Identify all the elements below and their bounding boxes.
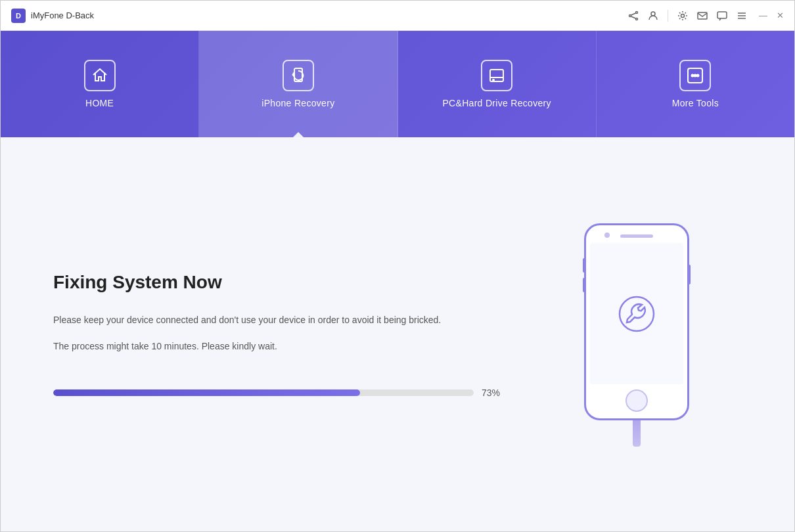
nav-item-pc-harddrive[interactable]: PC&Hard Drive Recovery (398, 31, 597, 137)
phone-camera (604, 233, 610, 238)
pc-harddrive-icon (481, 60, 512, 91)
menu-icon[interactable] (737, 11, 747, 21)
nav-iphone-label: iPhone Recovery (261, 98, 334, 108)
home-icon (84, 60, 116, 91)
svg-rect-7 (698, 12, 707, 19)
nav-more-label: More Tools (672, 98, 719, 108)
svg-point-0 (636, 11, 638, 13)
left-panel: Fixing System Now Please keep your devic… (53, 272, 532, 398)
phone-screen (590, 243, 683, 384)
share-icon[interactable] (628, 11, 639, 21)
svg-point-15 (493, 79, 494, 81)
nav-item-home[interactable]: HOME (1, 31, 199, 137)
svg-point-2 (636, 18, 638, 20)
svg-line-4 (631, 16, 636, 18)
nav-item-iphone-recovery[interactable]: iPhone Recovery (199, 31, 398, 137)
nav-pc-label: PC&Hard Drive Recovery (442, 98, 551, 108)
svg-point-1 (629, 14, 631, 16)
nav-home-label: HOME (85, 98, 114, 108)
svg-point-17 (692, 75, 694, 77)
main-content: Fixing System Now Please keep your devic… (1, 137, 794, 532)
phone-body (584, 223, 689, 420)
app-logo: D (11, 9, 26, 23)
nav-bar: HOME iPhone Recovery PC&Hard Drive Recov… (1, 31, 794, 137)
minimize-button[interactable]: — (759, 11, 767, 20)
fixing-title: Fixing System Now (53, 272, 505, 293)
svg-point-19 (697, 75, 699, 77)
phone-home-button (625, 389, 648, 412)
nav-item-more-tools[interactable]: More Tools (597, 31, 794, 137)
wrench-icon (617, 294, 656, 334)
progress-label: 73% (482, 388, 505, 398)
fixing-desc2: The process might take 10 minutes. Pleas… (53, 339, 505, 355)
fixing-desc1: Please keep your device connected and do… (53, 313, 505, 328)
user-icon[interactable] (648, 11, 658, 21)
phone-cable (633, 420, 641, 447)
iphone-recovery-icon (283, 60, 314, 91)
svg-point-5 (651, 12, 655, 16)
more-tools-icon (679, 60, 711, 91)
svg-point-6 (681, 14, 685, 17)
app-name: iMyFone D-Back (31, 11, 94, 20)
svg-line-3 (631, 13, 636, 15)
progress-container: 73% (53, 388, 505, 398)
divider (668, 10, 668, 22)
svg-point-18 (694, 75, 696, 77)
progress-bar-track (53, 389, 474, 396)
gear-icon[interactable] (677, 11, 688, 21)
right-panel (532, 223, 742, 447)
phone-vol-up-button (583, 258, 585, 273)
svg-rect-8 (717, 12, 727, 18)
chat-icon[interactable] (717, 11, 727, 21)
title-bar: D iMyFone D-Back (1, 1, 794, 31)
phone-speaker (620, 234, 653, 238)
phone-illustration (584, 223, 689, 447)
title-bar-controls: — ✕ (628, 10, 784, 22)
close-button[interactable]: ✕ (777, 11, 784, 20)
phone-side-button (688, 265, 691, 284)
svg-point-20 (620, 297, 654, 331)
mail-icon[interactable] (697, 11, 708, 21)
progress-bar-fill (53, 389, 360, 396)
phone-vol-down-button (583, 278, 585, 292)
svg-rect-13 (490, 70, 503, 81)
